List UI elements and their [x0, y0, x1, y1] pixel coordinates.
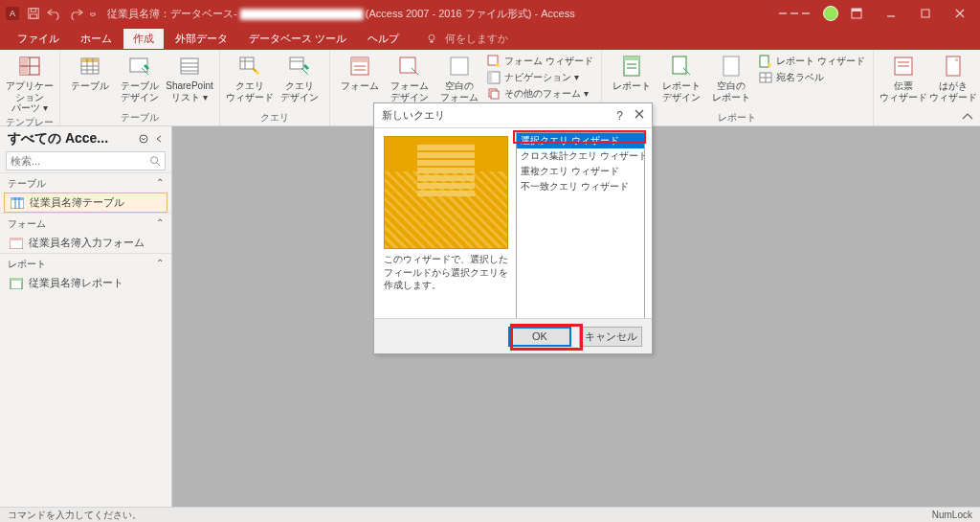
query-wizard-button[interactable]: クエリ ウィザード: [226, 52, 274, 104]
title-blurred: ▇▇▇▇▇▇▇▇▇▇▇▇▇▇▇▇: [240, 8, 363, 20]
nav-cat-tables[interactable]: テーブル⌃: [0, 172, 171, 193]
nav-search-input[interactable]: [7, 152, 148, 170]
dialog-close-icon[interactable]: [635, 109, 644, 123]
app-parts-button[interactable]: アプリケーション パーツ ▾: [6, 52, 54, 116]
dialog-description: このウィザードで、選択したフィールドから選択クエリを作成します。: [384, 253, 508, 292]
app-icon: A: [4, 5, 21, 22]
form-design-button[interactable]: フォーム デザイン: [386, 52, 434, 104]
app-parts-icon: [17, 54, 42, 79]
list-item[interactable]: クロス集計クエリ ウィザード: [517, 148, 644, 164]
form-object-icon: [10, 238, 23, 249]
tab-file[interactable]: ファイル: [8, 29, 69, 49]
dialog-buttons: OK キャンセル: [374, 318, 652, 353]
svg-text:A: A: [10, 9, 15, 18]
tab-home[interactable]: ホーム: [71, 29, 122, 49]
close-icon[interactable]: [944, 0, 976, 27]
svg-rect-4: [31, 14, 37, 18]
svg-rect-8: [922, 10, 929, 17]
report-icon: [619, 54, 644, 79]
navigation-icon: [487, 71, 501, 84]
nav-header[interactable]: すべての Acce...: [0, 126, 171, 149]
svg-rect-47: [673, 57, 686, 74]
qat-dropdown-icon[interactable]: [88, 5, 98, 22]
nav-search[interactable]: [6, 151, 166, 170]
group-queries: クエリ ウィザード クエリ デザイン クエリ: [220, 50, 330, 125]
tab-help[interactable]: ヘルプ: [358, 29, 409, 49]
report-wizard-button[interactable]: レポート ウィザード: [757, 54, 867, 69]
status-text: コマンドを入力してください。: [8, 509, 142, 522]
query-preview-icon: [384, 136, 508, 249]
group-templates: アプリケーション パーツ ▾ テンプレート: [0, 50, 60, 125]
user-avatar-icon[interactable]: [823, 6, 838, 21]
ribbon-collapse-icon[interactable]: [961, 112, 974, 122]
minimize-icon[interactable]: [875, 0, 907, 27]
report-button[interactable]: レポート: [608, 52, 656, 94]
dialog-titlebar[interactable]: 新しいクエリ ?: [374, 103, 652, 128]
svg-point-67: [140, 135, 147, 143]
nav-item-form[interactable]: 従業員名簿入力フォーム: [0, 233, 171, 253]
denpyo-wizard-button[interactable]: 伝票 ウィザード: [880, 52, 927, 104]
cancel-button[interactable]: キャンセル: [579, 327, 642, 347]
table-object-icon: [11, 197, 24, 209]
chevron-up-icon: ⌃: [156, 177, 164, 191]
tell-me-input[interactable]: [443, 32, 558, 45]
report-design-button[interactable]: レポート デザイン: [657, 52, 705, 104]
save-icon[interactable]: [25, 5, 42, 22]
form-button[interactable]: フォーム: [336, 52, 384, 94]
title-right-decoration: [779, 12, 810, 14]
tab-external[interactable]: 外部データ: [166, 29, 237, 49]
form-wizard-button[interactable]: フォーム ウィザード: [485, 54, 595, 69]
svg-point-28: [256, 71, 259, 75]
query-type-listbox[interactable]: 選択クエリ ウィザード クロス集計クエリ ウィザード 重複クエリ ウィザード 不…: [516, 132, 645, 337]
ok-button[interactable]: OK: [508, 327, 571, 347]
new-query-dialog: 新しいクエリ ? このウィザードで、選択したフィールドから選択クエリを作成します…: [373, 102, 653, 354]
nav-item-report[interactable]: 従業員名簿レポート: [0, 273, 171, 293]
svg-point-9: [429, 34, 434, 40]
table-button[interactable]: テーブル: [66, 52, 114, 94]
svg-rect-58: [955, 58, 958, 61]
svg-rect-36: [451, 57, 468, 75]
tab-dbtools[interactable]: データベース ツール: [239, 29, 356, 49]
report-design-icon: [669, 54, 694, 79]
form-wizard-icon: [487, 55, 501, 68]
svg-rect-32: [351, 57, 368, 62]
undo-icon[interactable]: [46, 5, 63, 22]
svg-rect-6: [852, 9, 861, 11]
table-design-button[interactable]: テーブル デザイン: [116, 52, 164, 104]
title-text-prefix: 従業員名簿：データベース-: [107, 8, 237, 19]
tell-me[interactable]: [426, 32, 558, 45]
group-label: クエリ: [226, 111, 323, 125]
labels-button[interactable]: 宛名ラベル: [757, 70, 867, 85]
nav-cat-forms[interactable]: フォーム⌃: [0, 213, 171, 233]
nav-cat-reports[interactable]: レポート⌃: [0, 253, 171, 273]
navigation-pane: すべての Acce... テーブル⌃ 従業員名簿テーブル フォーム⌃ 従業員名簿…: [0, 126, 172, 507]
hagaki-wizard-button[interactable]: はがき ウィザード: [929, 52, 977, 104]
list-item[interactable]: 重複クエリ ウィザード: [517, 164, 644, 179]
svg-point-50: [768, 63, 771, 67]
svg-rect-35: [400, 57, 415, 73]
blank-form-button[interactable]: 空白の フォーム: [435, 52, 483, 104]
status-bar: コマンドを入力してください。 NumLock: [0, 507, 980, 522]
blank-report-button[interactable]: 空白の レポート: [707, 52, 755, 104]
nav-item-label: 従業員名簿レポート: [29, 276, 123, 290]
denpyo-icon: [891, 54, 916, 79]
nav-item-table[interactable]: 従業員名簿テーブル: [4, 193, 167, 213]
list-item[interactable]: 選択クエリ ウィザード: [517, 133, 644, 148]
list-item[interactable]: 不一致クエリ ウィザード: [517, 179, 644, 194]
table-design-icon: [127, 54, 152, 79]
nav-collapse-icon[interactable]: [154, 134, 164, 144]
redo-icon[interactable]: [67, 5, 84, 22]
query-design-button[interactable]: クエリ デザイン: [276, 52, 323, 104]
nav-header-text: すべての Acce...: [8, 130, 108, 148]
sharepoint-list-button[interactable]: SharePoint リスト ▾: [166, 52, 213, 104]
group-tables: テーブル テーブル デザイン SharePoint リスト ▾ テーブル: [60, 50, 220, 125]
dialog-help-icon[interactable]: ?: [616, 109, 623, 123]
nav-dropdown-icon[interactable]: [139, 134, 148, 144]
maximize-icon[interactable]: [909, 0, 942, 27]
more-forms-button[interactable]: その他のフォーム ▾: [485, 86, 595, 102]
navigation-button[interactable]: ナビゲーション ▾: [485, 70, 595, 85]
labels-icon: [759, 71, 772, 84]
tab-create[interactable]: 作成: [123, 29, 164, 49]
svg-rect-21: [181, 58, 198, 74]
ribbon-options-icon[interactable]: [840, 0, 873, 27]
